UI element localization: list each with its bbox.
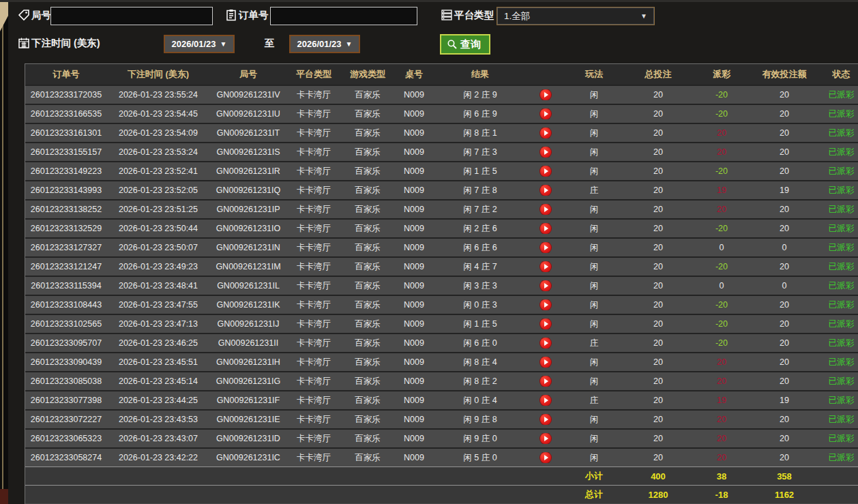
result-cell: 闲 6 庄 0: [433, 338, 527, 349]
table-no-cell: N009: [395, 300, 433, 310]
table-row: 2601232331551572026-01-23 23:53:24GN0092…: [25, 142, 858, 161]
play-video-icon[interactable]: [540, 452, 551, 463]
result-cell: 闲 7 庄 2: [433, 204, 527, 216]
main-panel: 局号 订单号 平台类型 1.全部 ▼ 下注时间 (美东) 2026/01/23 …: [8, 2, 858, 504]
play-video-icon[interactable]: [540, 414, 551, 425]
play-video-icon[interactable]: [540, 261, 551, 272]
platform-cell: 卡卡湾厅: [287, 223, 340, 235]
bet-on-cell: 闲: [564, 299, 624, 311]
order-no-cell: 260123233108443: [25, 300, 107, 310]
status-cell: 已派彩: [818, 89, 858, 101]
table-row: 2601232331439932026-01-23 23:52:05GN0092…: [25, 180, 858, 199]
status-cell: 已派彩: [818, 452, 858, 464]
round-no-cell: GN009261231IH: [209, 357, 287, 367]
table-row: 2601232331492232026-01-23 23:52:41GN0092…: [25, 161, 858, 180]
order-no-cell: 260123233065323: [25, 434, 107, 443]
order-no-cell: 260123233115394: [25, 281, 107, 291]
play-video-icon[interactable]: [540, 128, 551, 138]
bet-on-cell: 庄: [564, 338, 624, 349]
payout-cell: 20: [692, 453, 751, 462]
payout-cell: 19: [692, 396, 751, 405]
table-row: 2601232331613012026-01-23 23:54:09GN0092…: [25, 123, 858, 142]
play-video-icon[interactable]: [540, 147, 551, 158]
game-type-cell: 百家乐: [340, 357, 395, 368]
valid-bet-cell: 20: [751, 224, 818, 233]
total-bet-cell: 20: [624, 396, 692, 405]
play-video-icon[interactable]: [540, 395, 551, 406]
order-no-cell: 260123233149223: [25, 166, 107, 176]
play-video-icon[interactable]: [540, 166, 551, 177]
platform-cell: 卡卡湾厅: [287, 108, 340, 120]
play-video-icon[interactable]: [540, 376, 551, 387]
total-bet-cell: 20: [624, 166, 692, 176]
game-type-cell: 百家乐: [340, 204, 395, 216]
order-no-cell: 260123233155157: [25, 147, 107, 157]
game-type-cell: 百家乐: [340, 128, 395, 139]
subtotal-total-bet: 400: [624, 471, 692, 481]
result-cell: 闲 6 庄 6: [433, 242, 527, 254]
play-cell: [527, 166, 564, 177]
order-no-input[interactable]: [270, 7, 417, 25]
valid-bet-cell: 20: [751, 300, 818, 310]
total-bet-cell: 20: [624, 319, 692, 329]
bet-on-cell: 庄: [564, 185, 624, 196]
round-no-cell: GN009261231IS: [209, 147, 287, 157]
bet-on-cell: 闲: [564, 166, 624, 177]
bet-time-cell: 2026-01-23 23:54:09: [107, 128, 209, 138]
table-no-cell: N009: [395, 434, 433, 443]
game-type-cell: 百家乐: [340, 147, 395, 158]
valid-bet-cell: 0: [751, 243, 818, 252]
play-video-icon[interactable]: [540, 299, 551, 310]
round-no-cell: GN009261231IT: [209, 128, 287, 138]
valid-bet-cell: 20: [751, 319, 818, 329]
play-video-icon[interactable]: [540, 318, 551, 329]
platform-type-select[interactable]: 1.全部 ▼: [497, 7, 655, 25]
platform-cell: 卡卡湾厅: [287, 147, 340, 158]
search-button[interactable]: 查询: [440, 34, 490, 55]
bet-time-cell: 2026-01-23 23:44:25: [107, 396, 209, 405]
play-video-icon[interactable]: [540, 204, 551, 215]
round-no-input[interactable]: [50, 7, 213, 25]
result-cell: 闲 1 庄 5: [433, 166, 527, 177]
status-cell: 已派彩: [818, 128, 858, 139]
round-no-cell: GN009261231IF: [209, 396, 287, 405]
total-bet-cell: 20: [624, 128, 692, 138]
play-video-icon[interactable]: [540, 223, 551, 234]
table-row: 2601232330653232026-01-23 23:43:07GN0092…: [25, 428, 858, 447]
table-row: 2601232331665352026-01-23 23:54:45GN0092…: [25, 104, 858, 123]
play-video-icon[interactable]: [540, 338, 551, 349]
play-video-icon[interactable]: [540, 185, 551, 196]
platform-cell: 卡卡湾厅: [287, 89, 340, 101]
valid-bet-cell: 20: [751, 434, 818, 443]
play-video-icon[interactable]: [540, 280, 551, 291]
bet-time-cell: 2026-01-23 23:50:07: [107, 243, 209, 252]
play-video-icon[interactable]: [540, 89, 551, 100]
result-cell: 闲 0 庄 3: [433, 299, 527, 311]
play-video-icon[interactable]: [540, 108, 551, 119]
play-video-icon[interactable]: [540, 242, 551, 253]
play-video-icon[interactable]: [540, 433, 551, 444]
grand-total-valid-bet: 1162: [751, 490, 818, 500]
date-from-picker[interactable]: 2026/01/23 ▼: [164, 35, 235, 53]
play-cell: [527, 338, 564, 349]
round-no-cell: GN009261231IQ: [209, 186, 287, 195]
table-row: 2601232330957072026-01-23 23:46:25GN0092…: [25, 333, 858, 352]
valid-bet-cell: 20: [751, 205, 818, 214]
result-cell: 闲 7 庄 3: [433, 147, 527, 158]
table-no-cell: N009: [395, 415, 433, 424]
platform-cell: 卡卡湾厅: [287, 357, 340, 368]
play-cell: [527, 185, 564, 196]
game-type-cell: 百家乐: [340, 299, 395, 311]
bet-on-cell: 闲: [564, 89, 624, 101]
payout-cell: 19: [692, 186, 751, 195]
play-video-icon[interactable]: [540, 357, 551, 368]
order-no-cell: 260123233058274: [25, 453, 107, 462]
bet-on-cell: 闲: [564, 280, 624, 292]
result-cell: 闲 5 庄 0: [433, 452, 527, 464]
valid-bet-cell: 20: [751, 338, 818, 348]
date-to-picker[interactable]: 2026/01/23 ▼: [289, 35, 360, 53]
game-type-cell: 百家乐: [340, 166, 395, 177]
status-cell: 已派彩: [818, 261, 858, 273]
status-cell: 已派彩: [818, 357, 858, 368]
valid-bet-cell: 0: [751, 281, 818, 291]
